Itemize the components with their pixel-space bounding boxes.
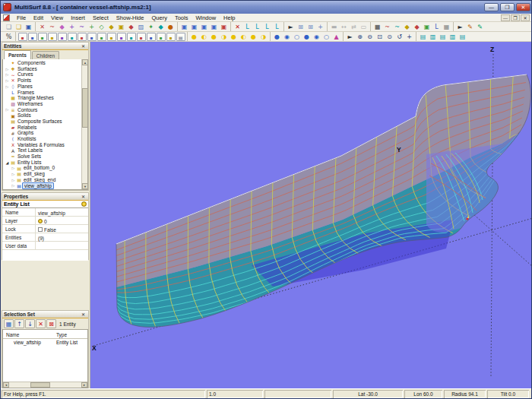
tree-item-edit-skeg[interactable]: ▷▤edit_skeg <box>3 171 81 177</box>
viewport-split-icon[interactable]: ▣ <box>200 23 209 31</box>
menu-file[interactable]: File <box>13 14 30 22</box>
expander-icon[interactable]: ▷ <box>11 183 16 188</box>
expander-icon[interactable]: ▷ <box>5 78 10 83</box>
insert-point-icon[interactable]: ◆ <box>58 23 67 31</box>
template-4-icon[interactable]: ▪ <box>48 33 57 41</box>
display-mode-5-icon[interactable]: ◉ <box>312 33 321 41</box>
select-all-icon[interactable]: L <box>273 23 282 31</box>
tree-item-edit-bottom-0[interactable]: ▷▤edit_bottom_0 <box>3 165 81 171</box>
property-value[interactable]: False <box>36 225 88 233</box>
close-button[interactable]: ✕ <box>516 3 530 11</box>
tree-item-triangle-meshes[interactable]: ▦Triangle Meshes <box>3 95 81 101</box>
measure-area-icon[interactable]: ▭ <box>359 23 369 31</box>
expander-icon[interactable]: ▷ <box>5 84 10 89</box>
add-surface-icon[interactable]: ◇ <box>97 23 106 31</box>
entities-close-icon[interactable]: ✕ <box>80 43 87 49</box>
select-window-icon[interactable]: ⊞ <box>296 23 306 31</box>
highlight-mode-icon[interactable]: ▲ <box>332 33 341 41</box>
tree-item-components[interactable]: ✦Components <box>3 60 81 66</box>
expander-icon[interactable]: ◢ <box>5 160 10 165</box>
save-file-icon[interactable]: ▣ <box>24 23 33 31</box>
viewport-wire-icon[interactable]: ▣ <box>180 23 189 31</box>
tree-item-graphs[interactable]: #Graphs <box>3 130 81 136</box>
display-mode-3-icon[interactable]: ○ <box>293 33 302 41</box>
tree-item-curves[interactable]: ▷~Curves <box>3 71 81 78</box>
measure-angle-icon[interactable]: ↔ <box>340 23 349 31</box>
select-points-icon[interactable]: L <box>243 23 252 31</box>
tree-item-text-labels[interactable]: AText Labels <box>3 147 81 154</box>
menu-tools[interactable]: Tools <box>171 14 192 22</box>
menu-window[interactable]: Window <box>192 14 220 22</box>
viewport-quad-icon[interactable]: ▣ <box>210 23 219 31</box>
properties-panel-titlebar[interactable]: Properties ✕ <box>2 193 88 201</box>
display-mode-6-icon[interactable]: ○ <box>322 33 331 41</box>
expander-icon[interactable]: ▷ <box>5 107 10 112</box>
select-poly-icon[interactable]: ⊞ <box>306 23 315 31</box>
selection-close-icon[interactable]: ✕ <box>80 312 87 318</box>
menu-help[interactable]: Help <box>220 14 239 22</box>
tree-item-points[interactable]: ▷✕Points <box>3 78 81 84</box>
visibility-invert-icon[interactable]: ◐ <box>239 33 249 41</box>
template-5-icon[interactable]: ▪ <box>58 33 67 41</box>
display-solid-icon[interactable]: ■ <box>373 23 382 31</box>
copy-data-icon[interactable]: ▥ <box>429 33 438 41</box>
scroll-right-icon[interactable]: ► <box>81 382 87 388</box>
zoom-in-icon[interactable]: ⊕ <box>356 33 365 41</box>
mdi-restore-button[interactable]: ❐ <box>511 14 520 21</box>
add-ring-icon[interactable]: ▣ <box>117 23 126 31</box>
title-bar[interactable]: MultiSurf 8.8 - [ container vessel-aftsh… <box>1 1 532 14</box>
add-snake-icon[interactable]: + <box>87 23 97 31</box>
print-view-icon[interactable]: ▤ <box>176 33 185 41</box>
project-entity-icon[interactable]: ● <box>166 23 176 31</box>
menu-query[interactable]: Query <box>147 14 170 22</box>
template-14-icon[interactable]: ▪ <box>147 33 156 41</box>
add-curve-icon[interactable]: ~ <box>78 23 87 31</box>
visibility-hide-icon[interactable]: ● <box>210 33 219 41</box>
display-mode-4-icon[interactable]: ● <box>302 33 312 41</box>
template-8-icon[interactable]: ▪ <box>87 33 97 41</box>
rotate-view-icon[interactable]: ↺ <box>395 33 404 41</box>
template-13-icon[interactable]: ▪ <box>137 33 146 41</box>
tree-item-contours[interactable]: ▷≡Contours <box>3 107 81 113</box>
viewport-single-icon[interactable]: ▣ <box>220 23 229 31</box>
expander-icon[interactable]: ▷ <box>11 178 16 182</box>
template-7-icon[interactable]: ▪ <box>78 33 87 41</box>
measure-distance-icon[interactable]: ▬ <box>330 23 339 31</box>
add-plane-icon[interactable]: ✦ <box>147 23 156 31</box>
tree-item-relabels[interactable]: ▰Relabels <box>3 125 81 131</box>
select-curves-icon[interactable]: L <box>253 23 262 31</box>
zoom-window-icon[interactable]: ⊡ <box>375 33 385 41</box>
properties-close-icon[interactable]: ✕ <box>80 194 87 200</box>
pointer-tool-icon[interactable]: ► <box>287 23 296 31</box>
visibility-bulb-icon[interactable] <box>81 201 87 207</box>
display-grid-icon[interactable]: ▦ <box>442 23 451 31</box>
expander-icon[interactable]: ▷ <box>11 172 16 176</box>
expander-icon[interactable]: ▷ <box>11 166 16 170</box>
tree-item-solve-sets[interactable]: =Solve Sets <box>3 154 81 160</box>
restore-button[interactable]: ❐ <box>500 3 515 11</box>
minimize-button[interactable]: — <box>484 3 499 11</box>
paste-entities-icon[interactable]: ▥ <box>448 33 458 41</box>
visibility-show-icon[interactable]: ● <box>190 33 199 41</box>
scroll-thumb[interactable] <box>82 88 88 128</box>
tab-parents[interactable]: Parents <box>4 50 31 59</box>
selection-panel-titlebar[interactable]: Selection Set ✕ <box>2 311 88 318</box>
tree-item-view-aftship[interactable]: ▷▤view_aftship <box>3 182 81 188</box>
lock-checkbox[interactable] <box>38 227 43 232</box>
display-mode-2-icon[interactable]: ◉ <box>283 33 292 41</box>
menu-view[interactable]: View <box>47 14 67 22</box>
menu-show-hide[interactable]: Show-Hide <box>112 14 148 22</box>
entity-tree-scrollbar[interactable]: ▲ ▼ <box>81 59 87 189</box>
open-file-icon[interactable]: ❏ <box>14 23 24 31</box>
template-6-icon[interactable]: ▪ <box>68 33 77 41</box>
menu-insert[interactable]: Insert <box>67 14 89 22</box>
copy-image-icon[interactable]: ▤ <box>419 33 428 41</box>
measure-offset-icon[interactable]: ⇄ <box>350 23 359 31</box>
viewport-shade-icon[interactable]: ▣ <box>190 23 199 31</box>
visibility-show-sel-icon[interactable]: ◐ <box>200 33 209 41</box>
annotate-tool-icon[interactable]: ✎ <box>476 23 485 31</box>
menu-edit[interactable]: Edit <box>30 14 47 22</box>
mdi-close-button[interactable]: ✕ <box>521 14 530 21</box>
column-header-type[interactable]: Type <box>53 330 87 338</box>
display-porcupine-icon[interactable]: ~ <box>393 23 402 31</box>
